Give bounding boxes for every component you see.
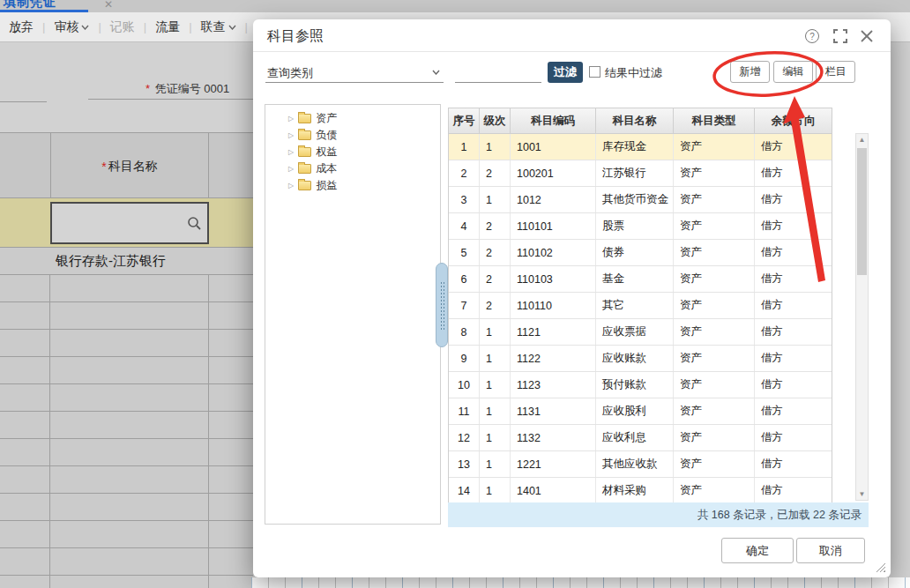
tab-close-icon[interactable]: ✕ xyxy=(104,0,113,11)
scroll-up-icon[interactable]: ▲ xyxy=(856,136,868,144)
toolbar-post-button[interactable]: 记账 xyxy=(110,19,135,35)
table-row[interactable]: 7 2 110110 其它 资产 借方 xyxy=(449,293,832,319)
table-row[interactable]: 12 1 1132 应收利息 资产 借方 xyxy=(449,425,832,451)
table-row[interactable]: 11 1 1131 应收股利 资产 借方 xyxy=(449,398,832,425)
table-row[interactable]: 5 2 110102 债券 资产 借方 xyxy=(449,240,832,266)
table-row[interactable]: 13 1 1221 其他应收款 资产 借方 xyxy=(449,451,832,478)
search-icon xyxy=(187,216,202,231)
voucher-number-underline xyxy=(88,99,253,100)
column-header-level[interactable]: 级次 xyxy=(480,108,511,133)
folder-icon xyxy=(298,147,311,157)
chevron-down-icon xyxy=(81,25,89,30)
query-category-select[interactable]: 查询类别 xyxy=(265,62,444,83)
dialog-title: 科目参照 xyxy=(267,27,324,46)
table-row[interactable]: 9 1 1122 应收账款 资产 借方 xyxy=(449,346,832,372)
cancel-button[interactable]: 取消 xyxy=(796,538,865,563)
toolbar-separator: | xyxy=(42,20,45,33)
filter-in-results-checkbox[interactable] xyxy=(589,66,600,78)
voucher-grid-entry-row: 银行存款-江苏银行 xyxy=(0,248,253,275)
voucher-grid: * 科目名称 银行存款-江苏银行 xyxy=(0,132,253,588)
expander-icon[interactable]: ▷ xyxy=(288,182,294,190)
chevron-down-icon xyxy=(432,70,440,75)
subject-search-input[interactable] xyxy=(50,202,209,244)
table-row[interactable]: 4 2 110101 股票 资产 借方 xyxy=(449,213,832,240)
amount-columns-strip xyxy=(251,577,910,588)
ok-button[interactable]: 确定 xyxy=(721,538,794,563)
tab-voucher-entry[interactable]: 填制凭证 xyxy=(0,0,88,12)
help-icon[interactable]: ? xyxy=(805,29,819,43)
table-row[interactable]: 1 1 1001 库存现金 资产 借方 xyxy=(449,134,832,160)
chevron-down-icon xyxy=(228,25,236,30)
dialog-filter-bar: 查询类别 过滤 结果中过滤 新增 编辑 栏目 xyxy=(253,60,891,86)
required-asterisk: * xyxy=(145,82,150,95)
record-count-text: 共 168 条记录，已加载 22 条记录 xyxy=(697,508,862,523)
query-category-label: 查询类别 xyxy=(267,65,313,81)
folder-icon xyxy=(298,164,311,174)
column-header-code[interactable]: 科目编码 xyxy=(511,108,596,133)
add-button[interactable]: 新增 xyxy=(730,61,770,83)
voucher-number-value[interactable]: 0001 xyxy=(204,82,229,95)
column-header-type[interactable]: 科目类型 xyxy=(674,108,755,133)
filter-in-results-label: 结果中过滤 xyxy=(605,65,662,81)
table-scrollbar[interactable]: ▲ ▼ xyxy=(855,133,869,501)
toolbar-separator: | xyxy=(98,20,101,33)
folder-icon xyxy=(298,130,311,140)
subject-name-column-header: * 科目名称 xyxy=(50,133,209,199)
voucher-number-label: 凭证编号 xyxy=(155,82,201,95)
toolbar-separator: | xyxy=(245,20,248,33)
scroll-down-icon[interactable]: ▼ xyxy=(856,490,868,498)
tree-item-equity[interactable]: ▷ 权益 xyxy=(288,144,440,160)
column-header-seq[interactable]: 序号 xyxy=(449,108,480,133)
folder-icon xyxy=(298,114,311,123)
table-row[interactable]: 8 1 1121 应收票据 资产 借方 xyxy=(449,319,832,346)
toolbar-linkquery-button[interactable]: 联查 xyxy=(201,19,236,35)
column-header-balance-direction[interactable]: 余额方向 xyxy=(755,108,832,133)
cropped-field-underline xyxy=(0,101,47,102)
subject-reference-dialog: 科目参照 ? 查询类别 过滤 结果中过滤 新增 编辑 栏目 xyxy=(253,19,891,577)
expander-icon[interactable]: ▷ xyxy=(288,115,294,123)
tree-item-profit-loss[interactable]: ▷ 损益 xyxy=(288,177,440,194)
filter-text-input[interactable] xyxy=(455,62,541,83)
tree-item-cost[interactable]: ▷ 成本 xyxy=(288,160,440,177)
subject-table-header: 序号 级次 科目编码 科目名称 科目类型 余额方向 xyxy=(449,108,832,134)
close-icon[interactable] xyxy=(860,29,874,43)
table-row[interactable]: 10 1 1123 预付账款 资产 借方 xyxy=(449,372,832,398)
voucher-grid-empty-rows xyxy=(0,275,253,588)
maximize-icon[interactable] xyxy=(833,29,847,43)
tab-label: 填制凭证 xyxy=(4,0,56,11)
expander-icon[interactable]: ▷ xyxy=(288,131,294,139)
toolbar-separator: | xyxy=(189,20,191,33)
required-asterisk: * xyxy=(101,160,106,174)
subject-entry-value: 银行存款-江苏银行 xyxy=(56,253,166,270)
voucher-grid-active-row xyxy=(0,198,253,248)
table-row[interactable]: 3 1 1012 其他货币资金 资产 借方 xyxy=(449,187,832,213)
grip-dots-icon xyxy=(440,281,445,331)
voucher-number-field: * 凭证编号 0001 xyxy=(145,81,229,97)
scrollbar-thumb[interactable] xyxy=(857,148,867,275)
app-window: 填制凭证 ✕ 放弃 | 审核 | 记账 | 流量 | 联查 | 设 * 凭证编号… xyxy=(0,0,910,588)
filter-button[interactable]: 过滤 xyxy=(548,62,583,83)
voucher-grid-header: * 科目名称 xyxy=(0,132,253,198)
tree-item-liabilities[interactable]: ▷ 负债 xyxy=(288,127,440,144)
subject-category-tree: ▷ 资产 ▷ 负债 ▷ 权益 ▷ 成本 ▷ 损益 xyxy=(265,104,441,525)
subject-table: 序号 级次 科目编码 科目名称 科目类型 余额方向 1 1 1001 库存现金 … xyxy=(448,108,832,504)
toolbar-audit-button[interactable]: 审核 xyxy=(54,19,89,35)
toolbar-separator: | xyxy=(144,20,146,33)
edit-button[interactable]: 编辑 xyxy=(773,61,813,83)
record-count-bar: 共 168 条记录，已加载 22 条记录 xyxy=(448,502,869,527)
columns-button[interactable]: 栏目 xyxy=(816,61,855,83)
expander-icon[interactable]: ▷ xyxy=(288,148,294,156)
column-header-name[interactable]: 科目名称 xyxy=(596,108,674,133)
expander-icon[interactable]: ▷ xyxy=(288,165,294,173)
tab-bar: 填制凭证 ✕ xyxy=(0,0,910,12)
toolbar-cashflow-button[interactable]: 流量 xyxy=(155,19,180,35)
panel-splitter-handle[interactable] xyxy=(436,263,448,347)
table-row[interactable]: 6 2 110103 基金 资产 借方 xyxy=(449,266,832,293)
tree-item-assets[interactable]: ▷ 资产 xyxy=(288,110,440,127)
toolbar-abandon-button[interactable]: 放弃 xyxy=(9,19,34,35)
folder-icon xyxy=(298,181,311,190)
dialog-header: 科目参照 ? xyxy=(253,19,891,52)
table-row[interactable]: 14 1 1401 材料采购 资产 借方 xyxy=(449,478,832,504)
resize-grip[interactable] xyxy=(876,562,885,572)
table-row[interactable]: 2 2 100201 江苏银行 资产 借方 xyxy=(449,160,832,187)
